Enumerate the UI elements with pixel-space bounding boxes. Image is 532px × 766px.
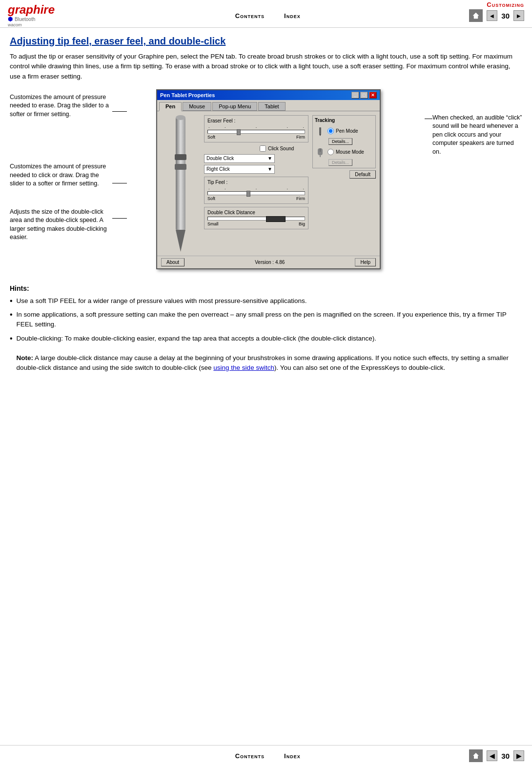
dialog-title-text: Pen Tablet Properties [160, 92, 215, 98]
eraser-slider-labels: Soft Firm [207, 135, 305, 140]
tab-popup[interactable]: Pop-up Menu [212, 102, 257, 111]
page-title: Adjusting tip feel, eraser feel, and dou… [10, 36, 522, 47]
details-mouse-btn[interactable]: Details... [328, 159, 352, 166]
logo-bluetooth: Bluetooth [15, 17, 35, 22]
home-button[interactable] [469, 9, 483, 22]
main-content: Adjusting tip feel, eraser feel, and dou… [0, 28, 532, 386]
home-icon [472, 12, 479, 19]
eraser-slider[interactable] [207, 130, 305, 134]
click-sound-label: Click Sound [268, 146, 294, 151]
header-nav: Contents Index [66, 12, 469, 20]
prev-button[interactable]: ◀ [487, 10, 497, 21]
svg-marker-11 [473, 753, 479, 759]
footer-right: ◀ 30 ▶ [469, 749, 524, 762]
pen-svg [168, 115, 193, 252]
hint-text-3: Double-clicking: To make double-clicking… [17, 334, 522, 373]
footer-next-button[interactable]: ▶ [513, 750, 524, 761]
maximize-button[interactable]: □ [360, 92, 368, 99]
hint-bullet-2: • [10, 310, 13, 330]
mouse-mode-row: Mouse Mode [315, 147, 373, 158]
footer-contents-link[interactable]: Contents [235, 752, 265, 760]
help-button[interactable]: Help [355, 258, 376, 266]
click-sound-checkbox[interactable] [260, 145, 266, 152]
page-footer: Contents Index ◀ 30 ▶ [0, 745, 532, 766]
callout-tip: Customizes the amount of pressure needed… [10, 162, 112, 188]
pen-mode-icon [315, 126, 326, 137]
dcd-slider-labels: Small Big [207, 222, 305, 226]
mouse-mode-radio[interactable] [327, 149, 334, 155]
bluetooth-icon: ⬢ [8, 16, 13, 22]
details-pen-btn[interactable]: Details... [328, 138, 352, 145]
footer-home-button[interactable] [469, 749, 483, 762]
page-number: 30 [501, 12, 510, 20]
next-button[interactable]: ▶ [513, 10, 524, 21]
note-label: Note: [17, 354, 34, 362]
eraser-slider-dots: · · · · · [207, 125, 305, 130]
side-switch-link[interactable]: using the side switch [213, 364, 274, 371]
callout-click-sound-text: When checked, an audible “click” sound w… [432, 114, 522, 157]
right-click-select[interactable]: Right Click ▼ [204, 165, 275, 174]
default-button[interactable]: Default [349, 170, 376, 179]
about-text: About [166, 260, 179, 265]
svg-rect-1 [176, 118, 185, 230]
tab-tablet[interactable]: Tablet [258, 102, 285, 111]
svg-marker-3 [176, 230, 185, 252]
callout-line-3 [112, 218, 127, 219]
contents-link[interactable]: Contents [235, 12, 265, 20]
pen-mode-row: Pen Mode [315, 126, 373, 137]
double-click-select[interactable]: Double Click ▼ [204, 154, 275, 163]
logo-subtitle: ⬢ Bluetooth [8, 16, 66, 22]
help-text: Help [360, 260, 370, 265]
about-button[interactable]: About [161, 258, 184, 266]
default-btn-row: Default [312, 170, 376, 179]
footer-nav: Contents Index [66, 752, 469, 760]
diagram-section: Customizes the amount of pressure needed… [10, 89, 522, 275]
pen-image-area [161, 115, 200, 252]
right-callouts: When checked, an audible “click” sound w… [425, 89, 522, 275]
header-right: ◀ 30 ▶ [469, 9, 524, 22]
callout-tip-text: Customizes the amount of pressure needed… [10, 162, 112, 188]
hint-text-2: In some applications, a soft pressure se… [17, 310, 522, 330]
tracking-group: Tracking Pen Mode [312, 115, 376, 252]
callout-click-sound: When checked, an audible “click” sound w… [432, 114, 522, 157]
right-click-row: Right Click ▼ [204, 165, 308, 174]
hint-item-2: • In some applications, a soft pressure … [10, 310, 522, 330]
dcd-big-label: Big [299, 222, 305, 226]
dcd-slider[interactable] [207, 217, 305, 221]
footer-index-link[interactable]: Index [284, 752, 301, 760]
close-button[interactable]: ✕ [369, 92, 377, 99]
svg-rect-10 [320, 155, 321, 157]
mouse-mode-label: Mouse Mode [336, 149, 364, 155]
callout-eraser-text: Customizes the amount of pressure needed… [10, 93, 112, 119]
tip-slider-handle[interactable] [246, 191, 250, 197]
callout-dcd-text: Adjusts the size of the double-click are… [10, 208, 112, 242]
hint-item-1: • Use a soft TIP FEEL for a wider range … [10, 296, 522, 306]
dialog-body: Eraser Feel : · · · · · [157, 111, 380, 256]
index-link[interactable]: Index [284, 12, 301, 20]
dcd-small-label: Small [207, 222, 219, 226]
tip-feel-label: Tip Feel : [207, 180, 305, 185]
svg-rect-6 [319, 127, 321, 134]
svg-rect-5 [175, 164, 186, 170]
pen-tablet-dialog: Pen Tablet Properties _ □ ✕ Pen Mouse Po… [156, 89, 381, 269]
logo-company: wacom [8, 22, 66, 27]
eraser-soft-label: Soft [207, 135, 215, 140]
left-callouts: Customizes the amount of pressure needed… [10, 89, 112, 275]
callout-line-right [425, 119, 432, 119]
details-mouse-text: Details... [332, 160, 349, 165]
tab-mouse[interactable]: Mouse [183, 102, 211, 111]
hint-bullet-3: • [10, 334, 13, 373]
footer-prev-button[interactable]: ◀ [487, 750, 497, 761]
tip-slider[interactable] [207, 191, 305, 195]
dcd-slider-handle[interactable] [266, 216, 286, 222]
minimize-button[interactable]: _ [351, 92, 359, 99]
eraser-label: Eraser Feel : [207, 118, 305, 123]
dialog-tabs: Pen Mouse Pop-up Menu Tablet [157, 100, 380, 111]
svg-rect-4 [175, 154, 186, 160]
hint-note: Note: A large double-click distance may … [17, 353, 522, 373]
footer-page-number: 30 [501, 752, 510, 760]
eraser-slider-handle[interactable] [237, 129, 241, 135]
titlebar-buttons: _ □ ✕ [351, 92, 377, 99]
tab-pen[interactable]: Pen [159, 102, 182, 111]
pen-mode-radio[interactable] [327, 128, 334, 134]
